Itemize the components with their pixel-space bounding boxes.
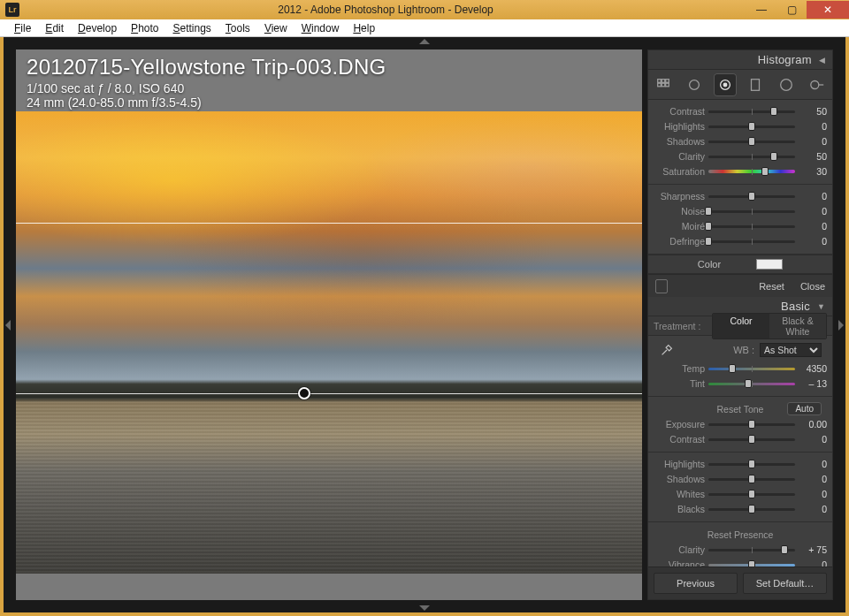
slider-value-highlights2: 0 bbox=[799, 459, 827, 469]
menu-develop[interactable]: Develop bbox=[71, 20, 124, 36]
slider-row-exposure: Exposure0.00 bbox=[654, 416, 827, 431]
menu-edit[interactable]: Edit bbox=[38, 20, 71, 36]
menu-view[interactable]: View bbox=[257, 20, 294, 36]
menu-help[interactable]: Help bbox=[346, 20, 382, 36]
slider-whites[interactable] bbox=[708, 489, 795, 499]
svg-point-8 bbox=[723, 83, 727, 87]
slider-highlights2[interactable] bbox=[708, 459, 795, 469]
spot-removal-tool-icon[interactable] bbox=[683, 73, 706, 96]
menubar: FileEditDevelopPhotoSettingsToolsViewWin… bbox=[0, 19, 849, 37]
slider-label-clarity2: Clarity bbox=[654, 544, 705, 555]
slider-saturation[interactable] bbox=[708, 166, 795, 177]
maximize-button[interactable]: ▢ bbox=[776, 1, 807, 19]
tone-group: Reset Tone Auto Exposure0.00Contrast0 bbox=[648, 397, 832, 452]
image-canvas[interactable]: 20120715-Yellowstone Trip-003.DNG 1/100 … bbox=[16, 49, 642, 600]
local-color-row[interactable]: Color bbox=[648, 255, 832, 274]
slider-sharpness[interactable] bbox=[708, 191, 795, 202]
slider-exposure[interactable] bbox=[708, 419, 795, 430]
slider-label-sharpness: Sharpness bbox=[654, 191, 705, 202]
close-button[interactable]: ✕ bbox=[807, 1, 849, 19]
slider-label-saturation: Saturation bbox=[654, 166, 705, 177]
graduated-filter-overlay[interactable] bbox=[16, 111, 642, 574]
slider-row-vibrance: Vibrance0 bbox=[654, 557, 827, 567]
slider-row-saturation: Saturation30 bbox=[654, 164, 827, 179]
slider-contrast2[interactable] bbox=[708, 434, 795, 445]
reset-link[interactable]: Reset bbox=[759, 281, 784, 292]
menu-photo[interactable]: Photo bbox=[124, 20, 165, 36]
wb-preset-select[interactable]: As Shot bbox=[760, 343, 822, 357]
left-panel-toggle[interactable] bbox=[5, 320, 11, 331]
radial-filter-tool-icon[interactable] bbox=[744, 73, 767, 96]
slider-value-highlights: 0 bbox=[799, 121, 827, 132]
slider-vibrance[interactable] bbox=[708, 559, 795, 567]
slider-value-clarity: 50 bbox=[799, 151, 827, 162]
graduated-filter-pin[interactable] bbox=[298, 387, 310, 399]
slider-noise[interactable] bbox=[708, 206, 795, 217]
menu-window[interactable]: Window bbox=[294, 20, 347, 36]
auto-tone-button[interactable]: Auto bbox=[787, 402, 822, 415]
close-link[interactable]: Close bbox=[800, 281, 825, 292]
slider-tint[interactable] bbox=[708, 378, 795, 389]
bottom-panel-toggle[interactable] bbox=[419, 605, 430, 611]
local-adjust-group: Contrast50Highlights0Shadows0Clarity50Sa… bbox=[648, 100, 832, 185]
mask-toggle-icon[interactable] bbox=[655, 279, 668, 293]
crop-tool-icon[interactable] bbox=[652, 73, 675, 96]
slider-label-clarity: Clarity bbox=[654, 151, 705, 162]
graduated-filter-tool-icon[interactable] bbox=[714, 73, 737, 96]
redeye-tool-icon[interactable] bbox=[775, 73, 798, 96]
svg-rect-9 bbox=[752, 79, 760, 90]
slider-value-noise: 0 bbox=[799, 206, 827, 217]
panel-footer: Previous Set Default… bbox=[648, 567, 832, 599]
app-badge: Lr bbox=[5, 3, 19, 17]
slider-label-contrast: Contrast bbox=[654, 106, 705, 117]
slider-row-noise: Noise0 bbox=[654, 203, 827, 218]
menu-file[interactable]: File bbox=[7, 20, 38, 36]
graduated-filter-line-top[interactable] bbox=[16, 223, 642, 224]
develop-side-panel: Histogram ◀ bbox=[647, 49, 833, 600]
slider-blacks[interactable] bbox=[708, 504, 795, 514]
slider-shadows2[interactable] bbox=[708, 474, 795, 484]
svg-point-11 bbox=[810, 80, 818, 88]
histogram-panel-header[interactable]: Histogram ◀ bbox=[648, 50, 832, 70]
adjustment-brush-tool-icon[interactable] bbox=[806, 73, 829, 96]
top-panel-toggle[interactable] bbox=[419, 39, 430, 44]
slider-value-tint: – 13 bbox=[799, 378, 827, 389]
presence-header[interactable]: Reset Presence bbox=[708, 529, 774, 540]
slider-row-tint: Tint– 13 bbox=[654, 376, 827, 391]
menu-tools[interactable]: Tools bbox=[218, 20, 257, 36]
photo-preview[interactable] bbox=[16, 111, 642, 574]
slider-row-contrast2: Contrast0 bbox=[654, 431, 827, 446]
slider-label-moire: Moiré bbox=[654, 221, 705, 232]
eyedropper-icon[interactable] bbox=[659, 342, 675, 358]
slider-contrast[interactable] bbox=[708, 106, 795, 117]
slider-defringe[interactable] bbox=[708, 236, 795, 247]
treatment-segmented[interactable]: Color Black & White bbox=[712, 313, 827, 339]
slider-value-shadows: 0 bbox=[799, 136, 827, 147]
right-panel-toggle[interactable] bbox=[838, 320, 844, 331]
slider-moire[interactable] bbox=[708, 221, 795, 232]
svg-point-10 bbox=[781, 79, 792, 90]
slider-highlights[interactable] bbox=[708, 121, 795, 132]
slider-label-shadows2: Shadows bbox=[654, 474, 705, 484]
treatment-bw[interactable]: Black & White bbox=[769, 314, 826, 338]
set-default-button[interactable]: Set Default… bbox=[743, 573, 827, 594]
window-title: 2012 - Adobe Photoshop Lightroom - Devel… bbox=[25, 4, 746, 16]
treatment-row: Treatment : Color Black & White bbox=[648, 316, 832, 336]
slider-temp[interactable] bbox=[708, 363, 795, 374]
local-adjust-toolstrip bbox=[648, 70, 832, 100]
slider-clarity[interactable] bbox=[708, 151, 795, 162]
slider-value-contrast: 50 bbox=[799, 106, 827, 117]
menu-settings[interactable]: Settings bbox=[165, 20, 218, 36]
svg-rect-2 bbox=[666, 79, 669, 82]
presence-group: Reset Presence Clarity+ 75Vibrance0Satur… bbox=[648, 522, 832, 567]
slider-label-blacks: Blacks bbox=[654, 504, 705, 514]
minimize-button[interactable]: — bbox=[746, 1, 776, 19]
graduated-filter-line-bottom[interactable] bbox=[16, 393, 642, 394]
svg-rect-5 bbox=[666, 83, 669, 87]
color-swatch[interactable] bbox=[756, 259, 783, 270]
slider-clarity2[interactable] bbox=[708, 544, 795, 555]
tone-header[interactable]: Reset Tone bbox=[717, 404, 764, 414]
previous-button[interactable]: Previous bbox=[654, 573, 738, 594]
treatment-color[interactable]: Color bbox=[713, 314, 769, 338]
slider-shadows[interactable] bbox=[708, 136, 795, 147]
